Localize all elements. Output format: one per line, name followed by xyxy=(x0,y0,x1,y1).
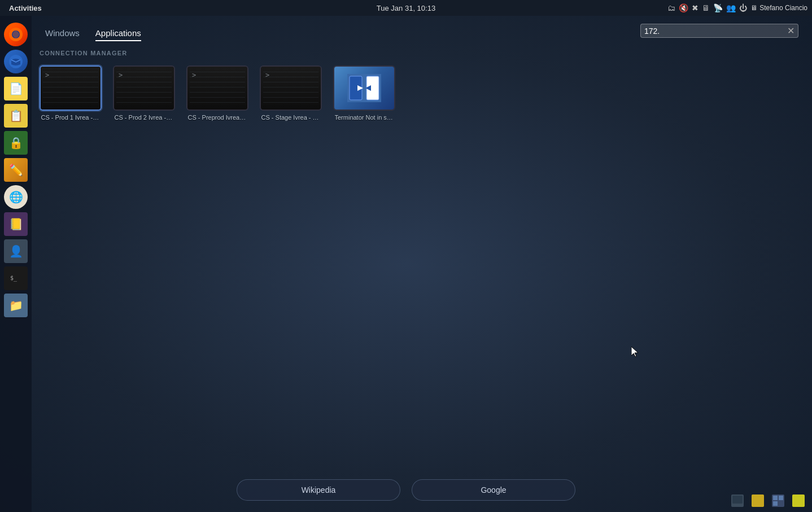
dock-item-thunderbird[interactable] xyxy=(4,50,28,73)
dock-item-firefox[interactable] xyxy=(4,23,28,46)
dock-item-files[interactable]: 📁 xyxy=(4,294,28,317)
section-label: CONNECTION MANAGER xyxy=(40,50,801,56)
search-input[interactable] xyxy=(644,27,787,36)
svg-rect-15 xyxy=(779,496,783,500)
power-icon[interactable]: ⏻ xyxy=(739,3,747,12)
app-label: CS - Preprod Ivrea - ci... xyxy=(188,114,247,121)
search-clear-button[interactable]: ✕ xyxy=(787,25,794,36)
dock: 📄 📋 🔒 ✏️ 🌐 📒 👤 $_ 📁 xyxy=(0,16,32,512)
tab-applications[interactable]: Applications xyxy=(95,26,141,41)
display-icon[interactable]: 🖥 xyxy=(702,3,710,12)
dock-item-notebook[interactable]: 📒 xyxy=(4,212,28,236)
tab-windows[interactable]: Windows xyxy=(45,26,80,41)
app-label: CS - Stage Ivrea - cian... xyxy=(261,114,321,121)
user-menu[interactable]: 🖥 Stefano Ciancio xyxy=(750,4,807,12)
svg-rect-16 xyxy=(773,501,778,506)
app-thumbnail xyxy=(186,65,248,111)
app-thumbnail xyxy=(260,65,322,111)
app-label: CS - Prod 1 Ivrea - ci... xyxy=(41,114,101,121)
activities-button[interactable]: Activities xyxy=(5,4,46,12)
dock-item-notes[interactable]: 📄 xyxy=(4,77,28,100)
taskbar-btn-1[interactable] xyxy=(730,493,745,509)
svg-text:$_: $_ xyxy=(10,275,18,282)
svg-rect-11 xyxy=(732,496,743,504)
svg-rect-17 xyxy=(792,495,805,507)
app-item[interactable]: CS - Prod 1 Ivrea - ci... xyxy=(40,65,102,121)
app-item[interactable]: CS - Preprod Ivrea - ci... xyxy=(186,65,248,121)
app-label: Terminator Not in shel... xyxy=(335,114,394,121)
app-thumbnail xyxy=(113,65,175,111)
content-area: CONNECTION MANAGER CS - Prod 1 Ivrea - c… xyxy=(40,50,801,467)
app-thumbnail xyxy=(333,65,395,111)
app-item[interactable]: CS - Stage Ivrea - cian... xyxy=(260,65,322,121)
dock-item-pencil[interactable]: ✏️ xyxy=(4,158,28,182)
dock-item-terminal[interactable]: $_ xyxy=(4,266,28,290)
dock-item-contacts[interactable]: 👤 xyxy=(4,239,28,263)
bottom-search-buttons: Wikipedia Google xyxy=(237,479,575,501)
files-icon[interactable]: 🗂 xyxy=(667,3,675,12)
app-item[interactable]: Terminator Not in shel... xyxy=(333,65,395,121)
search-box: ✕ xyxy=(640,24,798,38)
svg-rect-14 xyxy=(773,496,778,500)
topbar: Activities Tue Jan 31, 10:13 🗂 🔇 ✖ 🖥 📡 👥… xyxy=(0,0,812,16)
taskbar-btn-2[interactable] xyxy=(750,493,766,509)
dock-item-sticky[interactable]: 📋 xyxy=(4,104,28,128)
taskbar-btn-3[interactable] xyxy=(770,493,786,509)
app-thumbnail xyxy=(40,65,102,111)
google-button[interactable]: Google xyxy=(412,479,575,501)
svg-rect-12 xyxy=(752,495,764,507)
bluetooth-icon[interactable]: ✖ xyxy=(692,3,699,12)
app-item[interactable]: CS - Prod 2 Ivrea - cia... xyxy=(113,65,175,121)
dock-item-chrome[interactable]: 🌐 xyxy=(4,185,28,209)
nav-tabs: Windows Applications xyxy=(45,26,141,41)
app-label: CS - Prod 2 Ivrea - cia... xyxy=(115,114,174,121)
dock-item-keepass[interactable]: 🔒 xyxy=(4,131,28,155)
username-label: Stefano Ciancio xyxy=(759,4,807,12)
app-grid: CS - Prod 1 Ivrea - ci...CS - Prod 2 Ivr… xyxy=(40,65,801,121)
volume-icon[interactable]: 🔇 xyxy=(679,3,688,12)
users-icon[interactable]: 👥 xyxy=(726,3,736,12)
overview-overlay: 📄 📋 🔒 ✏️ 🌐 📒 👤 $_ 📁 Windows Applications… xyxy=(0,16,812,512)
taskbar-btn-4[interactable] xyxy=(791,493,806,509)
datetime-display: Tue Jan 31, 10:13 xyxy=(377,4,435,12)
user-icon: 🖥 xyxy=(750,4,757,12)
topbar-right: 🗂 🔇 ✖ 🖥 📡 👥 ⏻ 🖥 Stefano Ciancio xyxy=(667,3,807,12)
wikipedia-button[interactable]: Wikipedia xyxy=(237,479,400,501)
taskbar-bottom xyxy=(730,493,806,509)
network-icon[interactable]: 📡 xyxy=(713,3,723,12)
